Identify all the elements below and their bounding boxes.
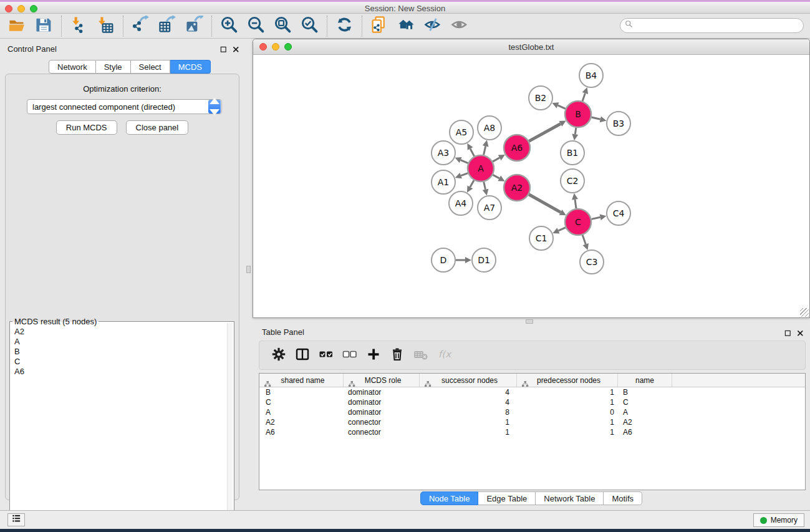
column-header-predecessor-nodes[interactable]: predecessor nodes [517, 374, 618, 387]
window-resize-handle[interactable] [800, 308, 809, 317]
column-header-shared-name[interactable]: shared name [259, 374, 344, 387]
vertical-splitter-handle[interactable] [246, 266, 251, 273]
show-graphics-details-button[interactable] [446, 15, 473, 37]
float-panel-icon[interactable] [220, 44, 227, 56]
graph-node-label: A3 [438, 148, 449, 158]
import-table-button[interactable] [92, 15, 119, 37]
graph-edge-A-A8[interactable] [484, 146, 486, 155]
graph-node-label: A4 [455, 198, 467, 208]
criterion-dropdown[interactable]: largest connected component (directed) [27, 99, 222, 114]
zoom-in-button[interactable] [216, 15, 243, 37]
tab-select[interactable]: Select [131, 60, 170, 74]
tab-mcds[interactable]: MCDS [170, 60, 211, 74]
graph-node-label: B3 [613, 118, 625, 128]
add-column-icon [366, 347, 381, 364]
close-table-panel-icon[interactable] [797, 328, 804, 339]
result-scrollbar[interactable] [227, 323, 233, 529]
zoom-selected-icon [301, 16, 319, 36]
tab-style[interactable]: Style [96, 60, 131, 74]
column-header-MCDS-role[interactable]: MCDS role [344, 374, 420, 387]
column-header-successor-nodes[interactable]: successor nodes [420, 374, 517, 387]
tab-motifs[interactable]: Motifs [604, 491, 642, 505]
graph-edge-C-C4[interactable] [592, 217, 600, 219]
task-history-button[interactable] [7, 513, 25, 526]
refresh-network-button[interactable] [331, 15, 358, 37]
close-panel-icon[interactable] [233, 44, 239, 56]
tab-edge-table[interactable]: Edge Table [478, 491, 536, 505]
session-title: Session: New Session [0, 4, 810, 13]
table-row[interactable]: Adominator80A [259, 407, 805, 417]
export-table-button[interactable] [154, 15, 181, 37]
show-columns-button[interactable] [291, 344, 314, 367]
table-row[interactable]: Bdominator41B [259, 387, 805, 397]
tab-network[interactable]: Network [49, 60, 96, 74]
table-row[interactable]: Cdominator41C [259, 397, 805, 407]
search-box[interactable] [620, 18, 804, 33]
desktop-edge-strip-bottom [0, 529, 810, 532]
zoom-selected-button[interactable] [296, 15, 323, 37]
mcds-result-item[interactable]: A [14, 337, 225, 347]
table-row[interactable]: A6connector11A6 [259, 427, 805, 437]
mcds-result-item[interactable]: A2 [14, 327, 225, 337]
graph-edge-C-C3[interactable] [582, 235, 586, 244]
close-panel-button[interactable]: Close panel [126, 120, 189, 135]
graph-node-label: A [478, 163, 484, 173]
graph-edge-C-C2[interactable] [575, 200, 576, 208]
import-network-button[interactable] [65, 15, 92, 37]
mcds-result-item[interactable]: B [14, 347, 225, 357]
graph-edge-A6-B[interactable] [529, 123, 561, 141]
export-network-button[interactable] [127, 15, 154, 37]
graph-edge-B-B4[interactable] [582, 93, 585, 101]
select-all-columns-button[interactable] [314, 344, 338, 367]
graph-edge-A-A6[interactable] [493, 158, 499, 162]
export-image-button[interactable] [181, 15, 208, 37]
tab-network-table[interactable]: Network Table [536, 491, 604, 505]
gear-button[interactable] [267, 344, 291, 367]
deselect-all-columns-button[interactable] [338, 344, 362, 367]
delete-columns-button[interactable] [385, 344, 409, 367]
add-column-button[interactable] [362, 344, 385, 367]
graph-edge-A-A4[interactable] [470, 180, 474, 187]
table-header-row: shared name MCDS role successor nodes pr… [259, 374, 805, 387]
table-row[interactable]: A2connector11A2 [259, 417, 805, 427]
graph-edge-B-B1[interactable] [575, 128, 576, 135]
table-cell: 1 [517, 398, 618, 407]
table-cell: C [618, 398, 672, 407]
memory-status-icon [760, 517, 767, 524]
network-graph[interactable]: A5A8A6A3AA1A2A4A7B4B2BB3B1C2C4CC1C3DD1 [253, 55, 809, 317]
zoom-out-button[interactable] [243, 15, 269, 37]
graph-edge-A-A5[interactable] [470, 148, 474, 156]
network-canvas[interactable]: A5A8A6A3AA1A2A4A7B4B2BB3B1C2C4CC1C3DD1 [253, 55, 809, 317]
graph-edge-A-A1[interactable] [461, 173, 468, 176]
memory-button[interactable]: Memory [753, 513, 804, 527]
graph-node-label: A1 [438, 177, 449, 187]
run-mcds-button[interactable]: Run MCDS [56, 120, 117, 135]
horizontal-splitter-handle[interactable] [526, 319, 533, 324]
search-input[interactable] [634, 21, 803, 30]
export-table-icon [158, 16, 176, 36]
first-neighbors-icon [397, 16, 415, 36]
app-titlebar[interactable]: Session: New Session [0, 2, 810, 14]
graph-edge-A-A2[interactable] [493, 175, 499, 178]
network-window-titlebar[interactable]: testGlobe.txt [253, 39, 809, 55]
graph-edge-A-A7[interactable] [484, 181, 486, 189]
graph-edge-A-A3[interactable] [461, 160, 468, 163]
float-table-panel-icon[interactable] [784, 328, 791, 339]
tab-node-table[interactable]: Node Table [420, 491, 479, 505]
graph-edge-A2-C[interactable] [529, 195, 561, 213]
graph-edge-B-B3[interactable] [591, 117, 600, 119]
zoom-fit-button[interactable] [269, 15, 296, 37]
mcds-result-item[interactable]: A6 [14, 367, 225, 377]
graph-edge-B-B2[interactable] [558, 105, 566, 109]
network-from-selection-button[interactable] [366, 15, 393, 37]
mcds-result-item[interactable]: C [14, 357, 225, 367]
column-header-name[interactable]: name [618, 374, 672, 387]
toggle-graphics-details-button[interactable] [420, 15, 446, 37]
table-cell: A2 [618, 418, 672, 427]
open-session-button[interactable] [4, 15, 31, 37]
graph-edge-C-C1[interactable] [558, 228, 565, 231]
graph-node-label: C3 [586, 257, 598, 267]
show-graphics-details-icon [451, 16, 469, 36]
first-neighbors-button[interactable] [393, 15, 420, 37]
save-session-button[interactable] [31, 15, 57, 37]
